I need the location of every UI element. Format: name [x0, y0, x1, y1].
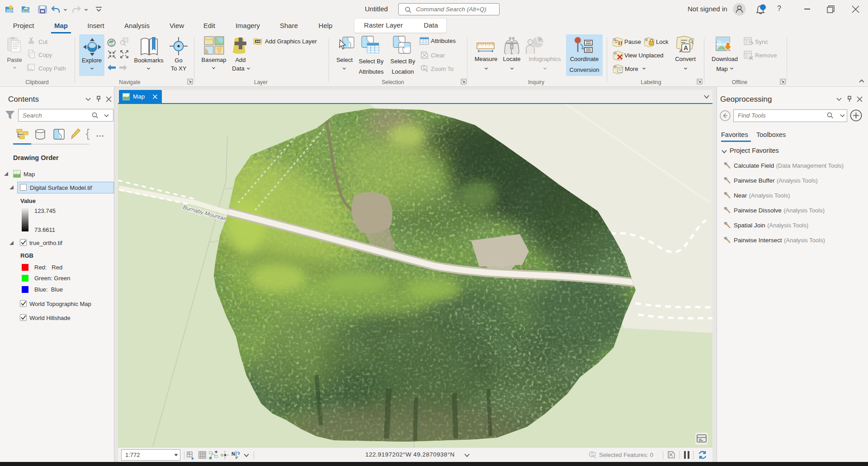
svg-text:N: N: [231, 451, 235, 457]
svg-text:A: A: [684, 44, 688, 52]
